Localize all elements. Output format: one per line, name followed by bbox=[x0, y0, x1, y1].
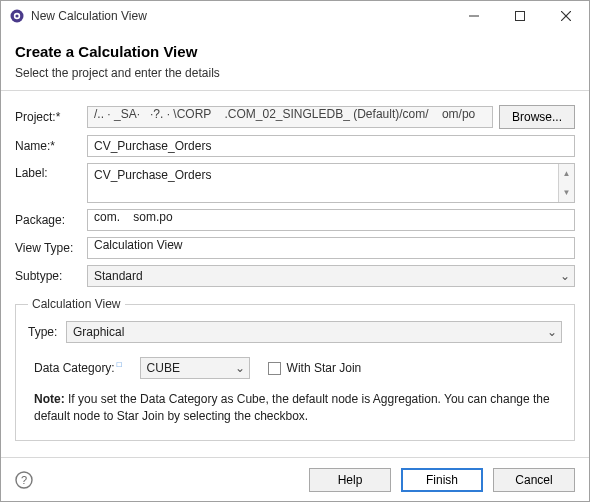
checkbox-box-icon bbox=[268, 362, 281, 375]
dialog-footer: ? Help Finish Cancel bbox=[1, 457, 589, 501]
dialog-body: Project:* /.. · _SA· ·?. · \CORP .COM_02… bbox=[1, 91, 589, 457]
type-label: Type: bbox=[28, 325, 60, 339]
subtype-select[interactable]: Standard ⌄ bbox=[87, 265, 575, 287]
dialog-title: Create a Calculation View bbox=[15, 43, 575, 60]
title-bar: New Calculation View bbox=[1, 1, 589, 31]
datacategory-label: Data Category: bbox=[34, 361, 115, 375]
browse-button[interactable]: Browse... bbox=[499, 105, 575, 129]
project-field[interactable]: /.. · _SA· ·?. · \CORP .COM_02_SINGLEDB_… bbox=[87, 106, 493, 128]
chevron-down-icon: ▼ bbox=[559, 183, 574, 202]
finish-button[interactable]: Finish bbox=[401, 468, 483, 492]
window-maximize-button[interactable] bbox=[497, 1, 543, 31]
package-field: com. som.po bbox=[87, 209, 575, 231]
withstarjoin-label: With Star Join bbox=[287, 361, 362, 375]
info-icon[interactable]: □ bbox=[117, 360, 122, 369]
app-icon bbox=[9, 8, 25, 24]
dialog-subtitle: Select the project and enter the details bbox=[15, 66, 575, 80]
chevron-down-icon: ⌄ bbox=[235, 361, 245, 375]
label-input[interactable]: CV_Purchase_Orders ▲ ▼ bbox=[87, 163, 575, 203]
name-input[interactable] bbox=[87, 135, 575, 157]
help-button[interactable]: Help bbox=[309, 468, 391, 492]
type-select[interactable]: Graphical ⌄ bbox=[66, 321, 562, 343]
label-label: Label: bbox=[15, 163, 87, 180]
chevron-down-icon: ⌄ bbox=[560, 269, 570, 283]
type-value: Graphical bbox=[73, 325, 124, 339]
viewtype-label: View Type: bbox=[15, 241, 87, 255]
dialog-window: New Calculation View Create a Calculatio… bbox=[0, 0, 590, 502]
calculation-view-group: Calculation View Type: Graphical ⌄ Data … bbox=[15, 297, 575, 441]
help-icon[interactable]: ? bbox=[15, 471, 33, 489]
label-spinner[interactable]: ▲ ▼ bbox=[558, 164, 574, 202]
cancel-button[interactable]: Cancel bbox=[493, 468, 575, 492]
calculation-view-legend: Calculation View bbox=[28, 297, 125, 311]
note-bold: Note: bbox=[34, 392, 65, 406]
datacategory-select[interactable]: CUBE ⌄ bbox=[140, 357, 250, 379]
window-close-button[interactable] bbox=[543, 1, 589, 31]
subtype-label: Subtype: bbox=[15, 269, 87, 283]
svg-text:?: ? bbox=[21, 474, 27, 486]
note-body: If you set the Data Category as Cube, th… bbox=[34, 392, 550, 423]
label-input-text: CV_Purchase_Orders bbox=[94, 168, 211, 182]
chevron-up-icon: ▲ bbox=[559, 164, 574, 183]
package-label: Package: bbox=[15, 213, 87, 227]
svg-rect-4 bbox=[516, 12, 525, 21]
note-text: Note: If you set the Data Category as Cu… bbox=[34, 391, 558, 426]
name-label: Name:* bbox=[15, 139, 87, 153]
dialog-header: Create a Calculation View Select the pro… bbox=[1, 31, 589, 91]
window-minimize-button[interactable] bbox=[451, 1, 497, 31]
chevron-down-icon: ⌄ bbox=[547, 325, 557, 339]
viewtype-field: Calculation View bbox=[87, 237, 575, 259]
window-title: New Calculation View bbox=[31, 9, 147, 23]
withstarjoin-checkbox[interactable]: With Star Join bbox=[268, 361, 362, 375]
project-label: Project:* bbox=[15, 110, 87, 124]
svg-point-2 bbox=[15, 14, 18, 17]
datacategory-value: CUBE bbox=[147, 361, 180, 375]
subtype-value: Standard bbox=[94, 269, 143, 283]
